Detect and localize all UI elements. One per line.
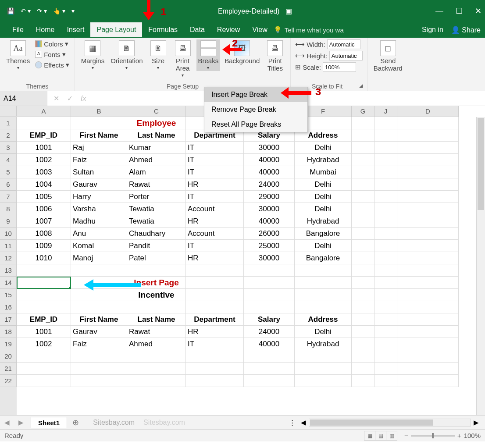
cell[interactable]: Madhu (71, 215, 127, 228)
cell[interactable]: Gaurav (71, 178, 127, 191)
cell[interactable] (17, 289, 71, 301)
cell[interactable]: Bangalore (295, 252, 352, 264)
new-sheet-button[interactable]: ⊕ (67, 418, 84, 427)
cell[interactable] (397, 117, 459, 129)
cell[interactable] (374, 154, 397, 166)
cell[interactable] (374, 203, 397, 215)
cell[interactable] (186, 277, 244, 289)
cell[interactable]: Alam (127, 166, 186, 178)
cell[interactable] (127, 264, 186, 277)
cell[interactable] (397, 375, 459, 387)
cell[interactable]: Address (295, 313, 352, 326)
cell[interactable]: Mumbai (295, 166, 352, 178)
cell[interactable]: 30000 (244, 142, 295, 154)
restore-window-icon[interactable]: ▣ (285, 7, 292, 15)
size-button[interactable]: 🗎Size▾ (147, 39, 169, 71)
cell[interactable] (397, 326, 459, 338)
cell[interactable] (352, 191, 374, 203)
fx-cancel-icon[interactable]: ✕ (53, 94, 59, 103)
cell[interactable] (374, 363, 397, 375)
cell[interactable]: Porter (127, 191, 186, 203)
cell[interactable]: Delhi (295, 240, 352, 252)
share-button[interactable]: 👤 Share (451, 26, 481, 34)
cell[interactable] (352, 129, 374, 142)
cell[interactable] (374, 166, 397, 178)
cell[interactable] (374, 191, 397, 203)
cell[interactable] (186, 301, 244, 313)
cell[interactable]: 25000 (244, 240, 295, 252)
cell[interactable]: Bangalore (295, 228, 352, 240)
cell[interactable]: Incentive (127, 289, 186, 301)
cell[interactable] (17, 264, 71, 277)
cell[interactable]: Delhi (295, 326, 352, 338)
cell[interactable] (352, 301, 374, 313)
cell[interactable]: 30000 (244, 252, 295, 264)
cell[interactable]: 1004 (17, 178, 71, 191)
cell[interactable] (127, 363, 186, 375)
col-header[interactable]: D (397, 106, 459, 117)
close-icon[interactable]: ✕ (475, 6, 481, 16)
cell[interactable] (397, 289, 459, 301)
width-input[interactable] (327, 39, 360, 49)
cell[interactable] (374, 240, 397, 252)
print-titles-button[interactable]: 🖶Print Titles (264, 39, 286, 73)
row-header[interactable]: 18 (0, 326, 17, 338)
cell[interactable]: First Name (71, 129, 127, 142)
zoom-in-icon[interactable]: + (457, 432, 461, 439)
cell[interactable]: 30000 (244, 203, 295, 215)
tab-view[interactable]: View (246, 22, 273, 37)
row-header[interactable]: 21 (0, 363, 17, 375)
cell[interactable]: Hydrabad (295, 215, 352, 228)
view-layout-icon[interactable]: ▤ (375, 431, 386, 441)
cell[interactable]: 24000 (244, 326, 295, 338)
print-area-button[interactable]: 🖶Print Area▾ (172, 39, 194, 78)
cell[interactable] (374, 117, 397, 129)
cell[interactable] (352, 117, 374, 129)
cell[interactable] (374, 129, 397, 142)
row-header[interactable]: 4 (0, 154, 17, 166)
cell[interactable] (186, 350, 244, 363)
cell[interactable] (295, 363, 352, 375)
cell[interactable]: IT (186, 154, 244, 166)
cell[interactable]: HR (186, 215, 244, 228)
cell[interactable] (186, 264, 244, 277)
cell[interactable]: Varsha (71, 203, 127, 215)
cell[interactable]: Hydrabad (295, 154, 352, 166)
cell[interactable] (397, 313, 459, 326)
redo-icon[interactable]: ↷ ▾ (37, 7, 47, 14)
cell[interactable] (17, 363, 71, 375)
tab-page-layout[interactable]: Page Layout (90, 22, 142, 37)
send-backward-button[interactable]: ◻Send Backward (372, 39, 404, 73)
cell[interactable] (374, 313, 397, 326)
cell[interactable] (352, 313, 374, 326)
zoom-slider[interactable] (411, 435, 455, 437)
cell[interactable] (397, 178, 459, 191)
cell[interactable]: 1007 (17, 215, 71, 228)
touch-icon[interactable]: 👆 ▾ (53, 7, 65, 14)
cell[interactable] (71, 363, 127, 375)
row-header[interactable]: 3 (0, 142, 17, 154)
cell[interactable] (352, 264, 374, 277)
cell[interactable] (397, 338, 459, 350)
cell[interactable] (17, 277, 71, 289)
cell[interactable]: Salary (244, 313, 295, 326)
cell[interactable] (352, 154, 374, 166)
row-header[interactable]: 15 (0, 289, 17, 301)
themes-button[interactable]: Aa Themes ▾ (4, 39, 32, 71)
cell[interactable]: Rawat (127, 178, 186, 191)
cell[interactable]: Delhi (295, 191, 352, 203)
cell[interactable] (397, 277, 459, 289)
view-normal-icon[interactable]: ▦ (364, 431, 375, 441)
view-pagebreak-icon[interactable]: ▥ (386, 431, 397, 441)
cell[interactable] (295, 375, 352, 387)
cell[interactable] (295, 350, 352, 363)
fx-icon[interactable]: fx (81, 95, 86, 103)
cell[interactable]: 40000 (244, 338, 295, 350)
zoom-level[interactable]: 100% (464, 432, 481, 439)
cell[interactable]: IT (186, 240, 244, 252)
cell[interactable]: Department (186, 313, 244, 326)
cell[interactable]: 1001 (17, 142, 71, 154)
effects-button[interactable]: Effects ▾ (34, 60, 70, 69)
cell[interactable] (397, 154, 459, 166)
row-header[interactable]: 12 (0, 252, 17, 264)
